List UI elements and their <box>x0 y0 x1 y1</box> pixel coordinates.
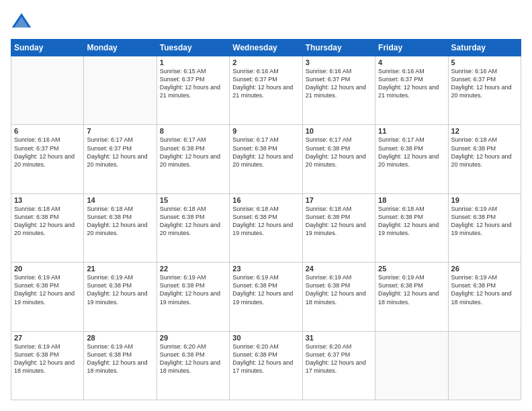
calendar-week-4: 20Sunrise: 6:19 AM Sunset: 6:38 PM Dayli… <box>11 263 521 331</box>
calendar-cell: 22Sunrise: 6:19 AM Sunset: 6:38 PM Dayli… <box>157 263 229 331</box>
logo <box>11 11 35 32</box>
header <box>11 11 521 32</box>
day-number: 20 <box>14 265 81 273</box>
day-info: Sunrise: 6:16 AM Sunset: 6:37 PM Dayligh… <box>451 67 518 100</box>
day-info: Sunrise: 6:19 AM Sunset: 6:38 PM Dayligh… <box>451 273 518 306</box>
day-number: 14 <box>87 196 153 204</box>
weekday-header-monday: Monday <box>84 40 157 56</box>
calendar-cell: 31Sunrise: 6:20 AM Sunset: 6:37 PM Dayli… <box>302 331 375 400</box>
day-info: Sunrise: 6:19 AM Sunset: 6:38 PM Dayligh… <box>306 273 372 306</box>
calendar-cell: 7Sunrise: 6:17 AM Sunset: 6:37 PM Daylig… <box>84 125 157 193</box>
day-info: Sunrise: 6:19 AM Sunset: 6:38 PM Dayligh… <box>14 273 81 306</box>
day-number: 1 <box>160 58 226 66</box>
weekday-header-saturday: Saturday <box>448 40 521 56</box>
calendar-cell: 25Sunrise: 6:19 AM Sunset: 6:38 PM Dayli… <box>375 263 448 331</box>
day-info: Sunrise: 6:19 AM Sunset: 6:38 PM Dayligh… <box>87 342 153 375</box>
day-number: 24 <box>306 265 372 273</box>
calendar-week-3: 13Sunrise: 6:18 AM Sunset: 6:38 PM Dayli… <box>11 193 521 262</box>
day-info: Sunrise: 6:19 AM Sunset: 6:38 PM Dayligh… <box>451 205 518 238</box>
calendar-cell <box>448 331 521 400</box>
day-number: 5 <box>451 58 518 66</box>
calendar-cell: 8Sunrise: 6:17 AM Sunset: 6:38 PM Daylig… <box>157 125 229 193</box>
day-number: 9 <box>232 127 299 135</box>
day-number: 11 <box>378 127 445 135</box>
calendar-cell: 18Sunrise: 6:18 AM Sunset: 6:38 PM Dayli… <box>375 193 448 262</box>
day-info: Sunrise: 6:18 AM Sunset: 6:38 PM Dayligh… <box>14 205 81 238</box>
calendar-week-2: 6Sunrise: 6:16 AM Sunset: 6:37 PM Daylig… <box>11 125 521 193</box>
day-number: 8 <box>160 127 226 135</box>
calendar-cell: 11Sunrise: 6:17 AM Sunset: 6:38 PM Dayli… <box>375 125 448 193</box>
calendar-cell: 23Sunrise: 6:19 AM Sunset: 6:38 PM Dayli… <box>230 263 302 331</box>
day-info: Sunrise: 6:18 AM Sunset: 6:38 PM Dayligh… <box>160 205 226 238</box>
day-info: Sunrise: 6:15 AM Sunset: 6:37 PM Dayligh… <box>160 67 226 100</box>
page: SundayMondayTuesdayWednesdayThursdayFrid… <box>0 0 532 411</box>
calendar-cell: 28Sunrise: 6:19 AM Sunset: 6:38 PM Dayli… <box>84 331 157 400</box>
day-number: 19 <box>451 196 518 204</box>
day-info: Sunrise: 6:16 AM Sunset: 6:37 PM Dayligh… <box>14 136 81 169</box>
day-info: Sunrise: 6:18 AM Sunset: 6:38 PM Dayligh… <box>232 205 299 238</box>
calendar-cell: 15Sunrise: 6:18 AM Sunset: 6:38 PM Dayli… <box>157 193 229 262</box>
day-number: 23 <box>232 265 299 273</box>
day-info: Sunrise: 6:19 AM Sunset: 6:38 PM Dayligh… <box>87 273 153 306</box>
day-number: 3 <box>306 58 372 66</box>
day-number: 15 <box>160 196 226 204</box>
day-number: 17 <box>306 196 372 204</box>
day-info: Sunrise: 6:16 AM Sunset: 6:37 PM Dayligh… <box>306 67 372 100</box>
calendar-cell: 27Sunrise: 6:19 AM Sunset: 6:38 PM Dayli… <box>11 331 84 400</box>
day-info: Sunrise: 6:20 AM Sunset: 6:38 PM Dayligh… <box>160 342 226 375</box>
day-number: 6 <box>14 127 81 135</box>
calendar-cell: 4Sunrise: 6:16 AM Sunset: 6:37 PM Daylig… <box>375 56 448 125</box>
calendar-week-5: 27Sunrise: 6:19 AM Sunset: 6:38 PM Dayli… <box>11 331 521 400</box>
day-info: Sunrise: 6:16 AM Sunset: 6:37 PM Dayligh… <box>378 67 445 100</box>
weekday-header-friday: Friday <box>375 40 448 56</box>
day-number: 22 <box>160 265 226 273</box>
calendar-cell: 5Sunrise: 6:16 AM Sunset: 6:37 PM Daylig… <box>448 56 521 125</box>
calendar-cell: 6Sunrise: 6:16 AM Sunset: 6:37 PM Daylig… <box>11 125 84 193</box>
weekday-header-wednesday: Wednesday <box>230 40 302 56</box>
day-number: 31 <box>306 334 372 342</box>
day-number: 2 <box>232 58 299 66</box>
calendar-cell: 1Sunrise: 6:15 AM Sunset: 6:37 PM Daylig… <box>157 56 229 125</box>
day-info: Sunrise: 6:17 AM Sunset: 6:38 PM Dayligh… <box>378 136 445 169</box>
day-info: Sunrise: 6:18 AM Sunset: 6:38 PM Dayligh… <box>378 205 445 238</box>
calendar-cell: 30Sunrise: 6:20 AM Sunset: 6:38 PM Dayli… <box>230 331 302 400</box>
day-number: 16 <box>232 196 299 204</box>
calendar-cell: 20Sunrise: 6:19 AM Sunset: 6:38 PM Dayli… <box>11 263 84 331</box>
day-number: 7 <box>87 127 153 135</box>
day-number: 26 <box>451 265 518 273</box>
calendar-cell: 21Sunrise: 6:19 AM Sunset: 6:38 PM Dayli… <box>84 263 157 331</box>
day-info: Sunrise: 6:20 AM Sunset: 6:38 PM Dayligh… <box>232 342 299 375</box>
day-info: Sunrise: 6:20 AM Sunset: 6:37 PM Dayligh… <box>306 342 372 375</box>
day-number: 28 <box>87 334 153 342</box>
calendar-table: SundayMondayTuesdayWednesdayThursdayFrid… <box>11 39 521 400</box>
day-info: Sunrise: 6:18 AM Sunset: 6:38 PM Dayligh… <box>451 136 518 169</box>
weekday-header-sunday: Sunday <box>11 40 84 56</box>
day-info: Sunrise: 6:18 AM Sunset: 6:38 PM Dayligh… <box>87 205 153 238</box>
calendar-cell: 17Sunrise: 6:18 AM Sunset: 6:38 PM Dayli… <box>302 193 375 262</box>
weekday-header-row: SundayMondayTuesdayWednesdayThursdayFrid… <box>11 40 521 56</box>
day-number: 12 <box>451 127 518 135</box>
day-number: 25 <box>378 265 445 273</box>
day-number: 4 <box>378 58 445 66</box>
day-info: Sunrise: 6:19 AM Sunset: 6:38 PM Dayligh… <box>232 273 299 306</box>
calendar-cell: 3Sunrise: 6:16 AM Sunset: 6:37 PM Daylig… <box>302 56 375 125</box>
day-info: Sunrise: 6:18 AM Sunset: 6:38 PM Dayligh… <box>306 205 372 238</box>
calendar-cell <box>84 56 157 125</box>
weekday-header-thursday: Thursday <box>302 40 375 56</box>
logo-icon <box>11 11 32 32</box>
day-info: Sunrise: 6:19 AM Sunset: 6:38 PM Dayligh… <box>378 273 445 306</box>
day-number: 29 <box>160 334 226 342</box>
day-number: 13 <box>14 196 81 204</box>
calendar-cell: 16Sunrise: 6:18 AM Sunset: 6:38 PM Dayli… <box>230 193 302 262</box>
weekday-header-tuesday: Tuesday <box>157 40 229 56</box>
day-number: 30 <box>232 334 299 342</box>
calendar-cell: 9Sunrise: 6:17 AM Sunset: 6:38 PM Daylig… <box>230 125 302 193</box>
day-info: Sunrise: 6:17 AM Sunset: 6:38 PM Dayligh… <box>232 136 299 169</box>
day-number: 18 <box>378 196 445 204</box>
calendar-cell: 13Sunrise: 6:18 AM Sunset: 6:38 PM Dayli… <box>11 193 84 262</box>
day-info: Sunrise: 6:17 AM Sunset: 6:38 PM Dayligh… <box>160 136 226 169</box>
day-number: 10 <box>306 127 372 135</box>
calendar-cell: 2Sunrise: 6:16 AM Sunset: 6:37 PM Daylig… <box>230 56 302 125</box>
calendar-cell: 26Sunrise: 6:19 AM Sunset: 6:38 PM Dayli… <box>448 263 521 331</box>
day-info: Sunrise: 6:19 AM Sunset: 6:38 PM Dayligh… <box>14 342 81 375</box>
